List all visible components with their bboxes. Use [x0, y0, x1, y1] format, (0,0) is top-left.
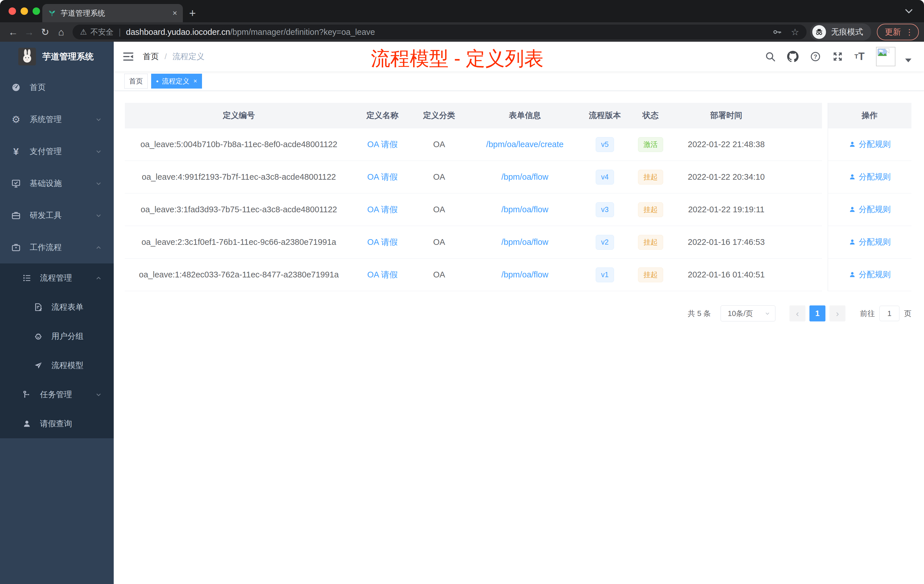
avatar-caret-down-icon[interactable] — [905, 59, 911, 62]
browser-menu-kebab-icon[interactable]: ⋮ — [906, 27, 914, 37]
chevron-up-icon — [95, 244, 102, 251]
svg-text:?: ? — [813, 53, 817, 60]
table-row: oa_leave:2:3c1f0ef1-76b1-11ec-9c66-a2380… — [125, 226, 911, 259]
browser-update-button[interactable]: 更新 ⋮ — [877, 24, 919, 40]
url-host: dashboard.yudao.iocoder.cn — [126, 27, 230, 37]
sidebar-logo[interactable]: 芋道管理系统 — [0, 42, 114, 71]
forward-icon[interactable]: → — [21, 26, 37, 38]
page-size-select[interactable]: 10条/页 — [721, 305, 776, 322]
sidebar-item-infra[interactable]: 基础设施 — [0, 167, 114, 200]
address-bar[interactable]: ⚠ 不安全 | dashboard.yudao.iocoder.cn /bpm/… — [73, 25, 807, 40]
chevron-down-icon — [95, 116, 102, 123]
browser-tab[interactable]: 芋道管理系统 × — [42, 4, 183, 22]
assign-rule-button[interactable]: 分配规则 — [848, 172, 891, 182]
close-window-button[interactable] — [8, 7, 16, 15]
next-page-button[interactable]: › — [830, 305, 845, 322]
browser-toolbar: ← → ↻ ⌂ ⚠ 不安全 | dashboard.yudao.iocoder.… — [0, 22, 924, 42]
filler-cell — [778, 226, 828, 259]
tag-home[interactable]: 首页 — [124, 74, 148, 89]
sidebar-item-workflow[interactable]: 工作流程 — [0, 231, 114, 264]
form-link[interactable]: /bpm/oa/flow — [502, 172, 548, 181]
back-icon[interactable]: ← — [5, 26, 21, 38]
document-edit-icon — [33, 303, 44, 312]
sidebar-item-devtools[interactable]: 研发工具 — [0, 200, 114, 231]
breadcrumb-home[interactable]: 首页 — [143, 51, 159, 62]
goto-page-input[interactable] — [879, 306, 899, 321]
assign-rule-label: 分配规则 — [859, 237, 891, 247]
table-row: oa_leave:5:004b710b-7b8a-11ec-8ef0-acde4… — [125, 128, 911, 161]
assign-rule-label: 分配规则 — [859, 172, 891, 182]
prev-page-button[interactable]: ‹ — [789, 305, 805, 322]
search-icon[interactable] — [765, 51, 776, 62]
sidebar-item-label: 用户分组 — [51, 331, 102, 342]
font-size-icon[interactable]: TT — [855, 51, 865, 63]
tree-table-icon — [21, 274, 33, 282]
assign-rule-button[interactable]: 分配规则 — [848, 204, 891, 215]
sidebar-item-system[interactable]: ⚙ 系统管理 — [0, 104, 114, 135]
version-badge: v4 — [596, 170, 614, 185]
navbar-actions: ? TT — [765, 47, 911, 66]
form-link[interactable]: /bpm/oa/flow — [502, 238, 548, 247]
tab-close-icon[interactable]: × — [173, 8, 177, 18]
sidebar-item-payment[interactable]: ¥ 支付管理 — [0, 135, 114, 167]
person-icon — [848, 173, 856, 181]
sidebar-item-label: 流程表单 — [51, 302, 102, 313]
main-area: 流程模型 - 定义列表 首页 / 流程定义 — [114, 42, 924, 584]
new-tab-button[interactable]: + — [189, 4, 196, 22]
sidebar-item-label: 系统管理 — [30, 114, 95, 125]
toolbox-icon — [10, 211, 22, 220]
sidebar-item-label: 研发工具 — [30, 210, 95, 221]
password-key-icon[interactable] — [772, 27, 782, 37]
select-chevron-down-icon — [764, 310, 771, 317]
assign-rule-button[interactable]: 分配规则 — [848, 269, 891, 280]
status-badge: 挂起 — [638, 202, 663, 217]
form-link[interactable]: /bpm/oa/flow — [502, 205, 548, 214]
col-header-actions: 操作 — [828, 103, 911, 128]
definition-name-link[interactable]: OA 请假 — [367, 140, 398, 149]
sidebar-item-process-mgmt[interactable]: 流程管理 — [0, 264, 114, 292]
sidebar-item-user-group[interactable]: 用户分组 — [0, 322, 114, 351]
definition-name-link[interactable]: OA 请假 — [367, 238, 398, 247]
breadcrumb: 首页 / 流程定义 — [143, 51, 205, 62]
chevron-down-icon — [95, 391, 102, 398]
current-page-button[interactable]: 1 — [809, 305, 825, 322]
status-badge: 挂起 — [638, 170, 663, 185]
table-row: oa_leave:4:991f2193-7b7f-11ec-a3c8-acde4… — [125, 161, 911, 193]
tab-search-chevron-icon[interactable] — [904, 8, 913, 16]
assign-rule-button[interactable]: 分配规则 — [848, 139, 891, 150]
cell-id: oa_leave:2:3c1f0ef1-76b1-11ec-9c66-a2380… — [125, 226, 353, 259]
status-badge: 挂起 — [638, 267, 663, 282]
sidebar-item-label: 请假查询 — [40, 418, 102, 429]
sidebar-item-label: 首页 — [30, 82, 102, 93]
sidebar-item-process-model[interactable]: 流程模型 — [0, 351, 114, 380]
form-link[interactable]: /bpm/oa/flow — [502, 270, 548, 279]
home-icon[interactable]: ⌂ — [53, 26, 69, 38]
zoom-window-button[interactable] — [33, 7, 40, 15]
bookmark-star-icon[interactable]: ☆ — [791, 26, 799, 38]
pagination: 共 5 条 10条/页 ‹ 1 › 前往 页 — [125, 305, 911, 322]
url-path: /bpm/manager/definition?key=oa_leave — [230, 27, 375, 37]
definition-name-link[interactable]: OA 请假 — [367, 172, 398, 181]
reload-icon[interactable]: ↻ — [37, 26, 53, 38]
incognito-icon — [812, 25, 826, 39]
form-link[interactable]: /bpm/oa/leave/create — [486, 140, 564, 149]
definition-name-link[interactable]: OA 请假 — [367, 205, 398, 214]
minimize-window-button[interactable] — [21, 7, 28, 15]
sidebar-item-process-form[interactable]: 流程表单 — [0, 292, 114, 322]
person-icon — [848, 206, 856, 213]
help-question-icon[interactable]: ? — [810, 51, 821, 62]
incognito-label: 无痕模式 — [831, 26, 863, 38]
assign-rule-button[interactable]: 分配规则 — [848, 237, 891, 247]
tag-close-icon[interactable]: × — [193, 78, 197, 85]
sidebar-item-task-mgmt[interactable]: 任务管理 — [0, 380, 114, 409]
sidebar-item-home[interactable]: 首页 — [0, 71, 114, 104]
chevron-down-icon — [95, 212, 102, 219]
github-icon[interactable] — [787, 51, 799, 62]
security-warning-label[interactable]: 不安全 — [90, 27, 114, 37]
user-avatar-broken-image[interactable] — [876, 47, 896, 66]
definition-name-link[interactable]: OA 请假 — [367, 270, 398, 279]
tag-process-definition[interactable]: ● 流程定义 × — [151, 74, 202, 89]
sidebar-toggle-hamburger-icon[interactable] — [122, 51, 134, 63]
sidebar-item-leave-query[interactable]: 请假查询 — [0, 409, 114, 438]
fullscreen-icon[interactable] — [832, 51, 843, 62]
